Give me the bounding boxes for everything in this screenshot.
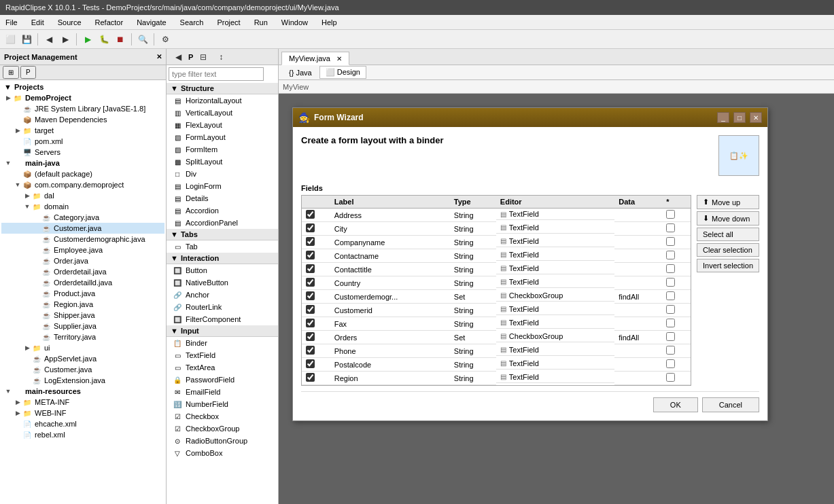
tree-item[interactable]: ☕Customerdemographic.java <box>1 234 164 245</box>
field-checkbox[interactable] <box>306 332 315 341</box>
field-checkbox[interactable] <box>306 278 315 287</box>
menu-project[interactable]: Project <box>214 17 243 28</box>
field-star-checkbox[interactable] <box>666 223 675 232</box>
field-checkbox[interactable] <box>306 264 315 273</box>
tree-item[interactable]: ☕Orderdetailld.java <box>1 277 164 288</box>
editor-sub-tab-java[interactable]: {} Java <box>283 67 318 79</box>
menu-file[interactable]: File <box>3 17 20 28</box>
tb-new-btn[interactable]: ⬜ <box>3 32 18 47</box>
palette-section-header[interactable]: ▼Interaction <box>167 253 278 264</box>
field-star-checkbox[interactable] <box>666 305 675 314</box>
tree-item[interactable]: ☕Customer.java <box>1 364 164 375</box>
palette-nav-right[interactable]: ⊟ <box>196 50 211 65</box>
palette-item[interactable]: ▨FormItem <box>167 143 278 156</box>
invert-selection-btn[interactable]: Invert selection <box>697 259 759 272</box>
tree-item[interactable]: ▼📁domain <box>1 201 164 212</box>
palette-item[interactable]: ▭Tab <box>167 240 278 253</box>
field-checkbox[interactable] <box>306 373 315 382</box>
dialog-maximize-btn[interactable]: □ <box>733 112 746 123</box>
field-checkbox[interactable] <box>306 237 315 246</box>
tb-settings-btn[interactable]: ⚙ <box>158 32 173 47</box>
menu-navigate[interactable]: Navigate <box>134 17 169 28</box>
move-down-btn[interactable]: ⬇ Move down <box>697 211 759 226</box>
menu-search[interactable]: Search <box>177 17 207 28</box>
tb-save-btn[interactable]: 💾 <box>19 32 34 47</box>
projects-chevron[interactable]: ▼ <box>4 83 12 91</box>
menu-refactor[interactable]: Refactor <box>92 17 126 28</box>
palette-item[interactable]: ☑CheckboxGroup <box>167 422 278 435</box>
palette-item[interactable]: 🔗RouterLink <box>167 301 278 313</box>
field-star-checkbox[interactable] <box>666 251 675 259</box>
tree-item[interactable]: ▶📁target <box>1 125 164 136</box>
field-checkbox[interactable] <box>306 305 315 314</box>
field-checkbox[interactable] <box>306 251 315 259</box>
palette-item[interactable]: ▥VerticalLayout <box>167 107 278 119</box>
palette-item[interactable]: ▤Accordion <box>167 204 278 217</box>
tree-item[interactable]: ▼main-java <box>1 158 164 168</box>
tree-item[interactable]: ☕Supplier.java <box>1 321 164 331</box>
tree-item[interactable]: 📦(default package) <box>1 168 164 179</box>
move-up-btn[interactable]: ⬆ Move up <box>697 195 759 209</box>
field-checkbox[interactable] <box>306 359 315 368</box>
palette-item[interactable]: 🔲FilterComponent <box>167 313 278 325</box>
tb-forward-btn[interactable]: ▶ <box>58 32 73 47</box>
palette-item[interactable]: ▽ComboBox <box>167 447 278 459</box>
palette-item[interactable]: □Div <box>167 168 278 180</box>
palette-item[interactable]: ▤LoginForm <box>167 180 278 192</box>
tree-item[interactable]: 📄rebel.xml <box>1 429 164 440</box>
field-checkbox[interactable] <box>306 223 315 232</box>
palette-item[interactable]: ▩SplitLayout <box>167 156 278 168</box>
palette-item[interactable]: ▦FlexLayout <box>167 119 278 131</box>
field-star-checkbox[interactable] <box>666 332 675 341</box>
tree-item[interactable]: ▶📁DemoProject <box>1 92 164 103</box>
field-star-checkbox[interactable] <box>666 291 675 300</box>
tree-item[interactable]: ☕Orderdetail.java <box>1 266 164 277</box>
editor-tab-myview[interactable]: MyView.java ✕ <box>281 52 349 65</box>
tb-stop-btn[interactable]: ⏹ <box>113 32 128 47</box>
field-star-checkbox[interactable] <box>666 210 675 219</box>
tree-item[interactable]: ▶📁WEB-INF <box>1 408 164 418</box>
panel-tab-btn2[interactable]: P <box>20 66 36 79</box>
field-star-checkbox[interactable] <box>666 319 675 327</box>
palette-item[interactable]: ▤Details <box>167 192 278 204</box>
field-star-checkbox[interactable] <box>666 373 675 382</box>
tree-item[interactable]: ☕Territory.java <box>1 331 164 342</box>
palette-item[interactable]: ⊙RadioButtonGroup <box>167 435 278 447</box>
tree-item[interactable]: ☕Customer.java <box>1 223 164 234</box>
tree-item[interactable]: ▶📁META-INF <box>1 397 164 408</box>
tree-item[interactable]: ☕Category.java <box>1 212 164 223</box>
palette-item[interactable]: ▤HorizontalLayout <box>167 94 278 107</box>
tree-item[interactable]: ▼📦com.company.demoproject <box>1 179 164 190</box>
tree-item[interactable]: 📦Maven Dependencies <box>1 114 164 125</box>
project-panel-close-icon[interactable]: ✕ <box>156 53 162 60</box>
tree-item[interactable]: ▶📁ui <box>1 342 164 353</box>
tree-item[interactable]: ☕Product.java <box>1 288 164 299</box>
palette-item[interactable]: 🔢NumberField <box>167 398 278 410</box>
tree-item[interactable]: ☕JRE System Library [JavaSE-1.8] <box>1 103 164 114</box>
palette-filter-input[interactable] <box>169 67 264 81</box>
tb-run-btn[interactable]: ▶ <box>80 32 95 47</box>
palette-item[interactable]: ☑Checkbox <box>167 410 278 422</box>
field-star-checkbox[interactable] <box>666 278 675 287</box>
tree-item[interactable]: 📄ehcache.xml <box>1 418 164 429</box>
panel-tab-btn1[interactable]: ⊞ <box>3 66 19 79</box>
menu-run[interactable]: Run <box>251 17 271 28</box>
palette-section-header[interactable]: ▼Input <box>167 325 278 337</box>
tree-item[interactable]: ☕Region.java <box>1 299 164 310</box>
palette-item[interactable]: ▭TextField <box>167 349 278 361</box>
field-checkbox[interactable] <box>306 210 315 219</box>
dialog-cancel-btn[interactable]: Cancel <box>702 397 759 412</box>
palette-item[interactable]: ▧FormLayout <box>167 131 278 143</box>
tree-item[interactable]: ▶📁dal <box>1 190 164 201</box>
tree-item[interactable]: 📄pom.xml <box>1 136 164 147</box>
menu-source[interactable]: Source <box>55 17 84 28</box>
tb-back-btn[interactable]: ◀ <box>41 32 56 47</box>
palette-item[interactable]: 📋Binder <box>167 337 278 349</box>
clear-selection-btn[interactable]: Clear selection <box>697 243 759 257</box>
palette-close-btn[interactable]: ↕ <box>213 50 228 65</box>
tree-item[interactable]: ☕Order.java <box>1 255 164 266</box>
tree-item[interactable]: ☕AppServlet.java <box>1 353 164 364</box>
tree-item[interactable]: ☕Employee.java <box>1 245 164 255</box>
palette-section-header[interactable]: ▼Structure <box>167 83 278 94</box>
menu-help[interactable]: Help <box>319 17 340 28</box>
